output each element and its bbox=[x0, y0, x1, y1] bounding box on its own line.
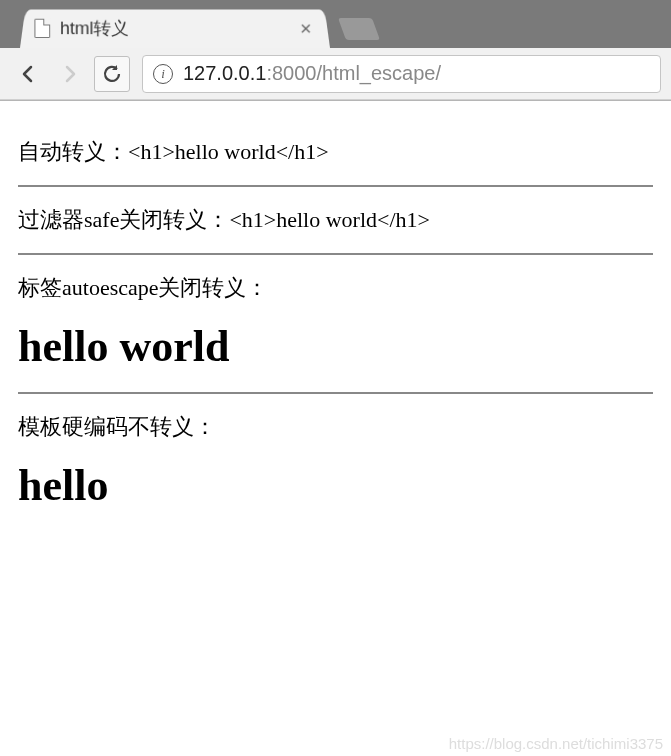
divider bbox=[18, 253, 653, 255]
divider bbox=[18, 392, 653, 394]
line-hardcoded: 模板硬编码不转义： bbox=[18, 412, 653, 442]
new-tab-button[interactable] bbox=[338, 18, 380, 40]
heading-hello-world: hello world bbox=[18, 321, 653, 372]
info-icon[interactable]: i bbox=[153, 64, 173, 84]
label: 模板硬编码不转义： bbox=[18, 414, 216, 439]
file-icon bbox=[34, 19, 50, 38]
back-button[interactable] bbox=[10, 56, 46, 92]
close-icon[interactable]: × bbox=[296, 17, 315, 39]
reload-button[interactable] bbox=[94, 56, 130, 92]
url-path: /html_escape/ bbox=[316, 62, 441, 84]
address-bar[interactable]: i 127.0.0.1:8000/html_escape/ bbox=[142, 55, 661, 93]
label: 自动转义： bbox=[18, 139, 128, 164]
heading-hello: hello bbox=[18, 460, 653, 511]
url-host: 127.0.0.1 bbox=[183, 62, 266, 84]
watermark: https://blog.csdn.net/tichimi3375 bbox=[449, 735, 663, 752]
value: <h1>hello world</h1> bbox=[128, 139, 329, 164]
label: 过滤器safe关闭转义： bbox=[18, 207, 229, 232]
forward-button[interactable] bbox=[52, 56, 88, 92]
page-content: 自动转义：<h1>hello world</h1> 过滤器safe关闭转义：<h… bbox=[0, 101, 671, 549]
url-port: :8000 bbox=[266, 62, 316, 84]
divider bbox=[18, 185, 653, 187]
label: 标签autoescape关闭转义： bbox=[18, 275, 269, 300]
url-text: 127.0.0.1:8000/html_escape/ bbox=[183, 62, 441, 85]
tab-bar: html转义 × bbox=[0, 0, 671, 48]
browser-chrome: html转义 × i 127.0.0.1:8000/html_escape/ bbox=[0, 0, 671, 101]
line-autoescape-off: 标签autoescape关闭转义： bbox=[18, 273, 653, 303]
line-auto-escape: 自动转义：<h1>hello world</h1> bbox=[18, 137, 653, 167]
line-safe-filter: 过滤器safe关闭转义：<h1>hello world</h1> bbox=[18, 205, 653, 235]
tab-title: html转义 bbox=[60, 17, 296, 40]
browser-tab[interactable]: html转义 × bbox=[20, 9, 330, 48]
value: <h1>hello world</h1> bbox=[229, 207, 430, 232]
toolbar: i 127.0.0.1:8000/html_escape/ bbox=[0, 48, 671, 100]
